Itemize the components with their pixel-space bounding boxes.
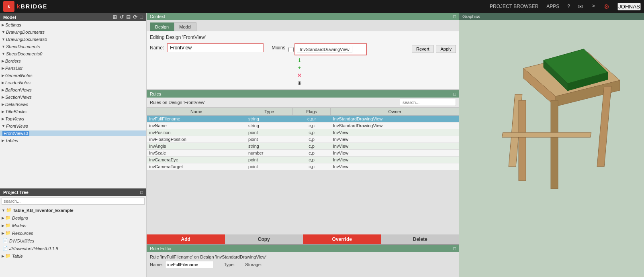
label-designs: Designs bbox=[12, 216, 28, 220]
table-row[interactable]: invCameraTarget point c,p InvView bbox=[147, 163, 459, 170]
cell-type: point bbox=[246, 129, 292, 136]
label-dv: DetailViews bbox=[5, 102, 28, 107]
revert-button[interactable]: Revert bbox=[412, 45, 433, 53]
cell-owner: InvStandardDrawingView bbox=[331, 116, 459, 122]
model-title: Model bbox=[3, 15, 16, 20]
right-panel: Graphics bbox=[459, 13, 644, 277]
tree-detailviews[interactable]: ▶ DetailViews bbox=[0, 101, 146, 108]
tree-sectionviews[interactable]: ▶ SectionViews bbox=[0, 94, 146, 101]
col-flags: Flags bbox=[293, 108, 331, 116]
apply-button[interactable]: Apply bbox=[436, 45, 456, 53]
context-buttons: Revert Apply bbox=[412, 45, 456, 53]
logo-text: kBRiDGE bbox=[17, 3, 47, 10]
label-models: Models bbox=[12, 223, 26, 228]
btn-delete[interactable]: Delete bbox=[381, 234, 460, 244]
cell-flags: c,p bbox=[293, 122, 331, 129]
tree-frontviews0[interactable]: FrontViews0 bbox=[0, 130, 146, 137]
project-expand[interactable]: □ bbox=[140, 190, 143, 195]
tree-sheetdocs0[interactable]: ▼ SheetDocuments0 bbox=[0, 50, 146, 57]
mixins-add-btn[interactable]: + bbox=[296, 64, 303, 71]
nav-items: PROJECT BROWSER APPS ? ✉ 🏳 ⚙ JOHNAS bbox=[490, 3, 641, 10]
settings-icon[interactable]: ⚙ bbox=[604, 3, 609, 10]
rule-type-label: Type: bbox=[224, 262, 235, 267]
tree-balloonviews[interactable]: ▶ BalloonViews bbox=[0, 86, 146, 94]
cell-name: invScale bbox=[147, 150, 246, 157]
rules-search-input[interactable] bbox=[400, 99, 456, 106]
tree-titleblocks[interactable]: ▶ TitleBlocks bbox=[0, 108, 146, 115]
mixins-checkbox[interactable] bbox=[288, 47, 294, 52]
cell-type: point bbox=[246, 136, 292, 143]
table-row[interactable]: invFullFilename string c,p,r InvStandard… bbox=[147, 116, 459, 122]
cell-flags: c,p,r bbox=[293, 116, 331, 122]
project-search-container bbox=[0, 196, 146, 206]
table-row[interactable]: invFloatingPosition point c,p InvView bbox=[147, 136, 459, 143]
project-search-input[interactable] bbox=[2, 198, 145, 205]
tree-generalnotes[interactable]: ▶ GeneralNotes bbox=[0, 72, 146, 79]
tree-drawingdocs0[interactable]: ▼ DrawingDocuments0 bbox=[0, 36, 146, 43]
logo-icon: k bbox=[3, 1, 14, 12]
project-designs[interactable]: ▶ 📁 Designs bbox=[0, 214, 146, 222]
model-actions: ⊞ ↺ ⊟ ⟳ □ bbox=[112, 14, 143, 20]
rules-expand[interactable]: □ bbox=[453, 92, 456, 96]
user-button[interactable]: JOHNAS bbox=[617, 3, 641, 10]
tree-drawingdocs[interactable]: ▼ DrawingDocuments bbox=[0, 29, 146, 36]
table-row[interactable]: invCameraEye point c,p InvView bbox=[147, 157, 459, 163]
tree-sheetdocs[interactable]: ▼ SheetDocuments bbox=[0, 43, 146, 50]
project-dwg[interactable]: 📄 DWGUtilities bbox=[0, 237, 146, 244]
model-icon3[interactable]: ⊟ bbox=[126, 14, 131, 20]
rule-name-field: Name: Type: Storage: bbox=[150, 261, 456, 268]
mail-icon[interactable]: ✉ bbox=[578, 3, 583, 10]
apps-link[interactable]: APPS bbox=[546, 4, 559, 9]
label-settings: Settings bbox=[5, 22, 21, 27]
rule-name-input[interactable] bbox=[165, 261, 213, 268]
help-link[interactable]: ? bbox=[567, 4, 570, 9]
btn-copy[interactable]: Copy bbox=[225, 234, 303, 244]
model-icon1[interactable]: ⊞ bbox=[112, 14, 117, 20]
model-icon2[interactable]: ↺ bbox=[119, 14, 124, 20]
tree-frontviews[interactable]: ▼ FrontViews bbox=[0, 122, 146, 130]
tab-model[interactable]: Model bbox=[174, 22, 196, 31]
tree-borders[interactable]: ▶ Borders bbox=[0, 57, 146, 65]
cell-flags: c,p bbox=[293, 150, 331, 157]
cell-name: invAngle bbox=[147, 143, 246, 150]
model-expand[interactable]: □ bbox=[140, 14, 143, 20]
tree-leadernotes[interactable]: ▶ LeaderNotes bbox=[0, 79, 146, 86]
label-root: Table_KB_Inventor_Example bbox=[13, 208, 74, 213]
context-expand[interactable]: □ bbox=[453, 14, 456, 19]
cell-type: string bbox=[246, 143, 292, 150]
model-icon4[interactable]: ⟳ bbox=[133, 14, 137, 20]
rule-storage-label: Storage: bbox=[245, 262, 262, 267]
cell-name: invPosition bbox=[147, 129, 246, 136]
tree-tables[interactable]: ▶ Tables bbox=[0, 137, 146, 144]
tab-design[interactable]: Design bbox=[150, 22, 174, 31]
context-form: Name: bbox=[150, 43, 264, 52]
tree-settings[interactable]: ▶ Settings bbox=[0, 21, 146, 29]
tree-partslist[interactable]: ▶ PartsList bbox=[0, 65, 146, 72]
table-row[interactable]: invAngle string c,p InvView bbox=[147, 143, 459, 150]
table-row[interactable]: invScale number c,p InvView bbox=[147, 150, 459, 157]
project-jsinv[interactable]: 📄 JSInventorUtilities3.0.1.9 bbox=[0, 244, 146, 252]
center-panel: Context □ Design Model Editing Design 'F… bbox=[147, 13, 459, 277]
project-models[interactable]: ▶ 📁 Models bbox=[0, 222, 146, 229]
rules-actions: Add Copy Override Delete bbox=[147, 234, 459, 244]
table-row[interactable]: invPosition point c,p InvView bbox=[147, 129, 459, 136]
rule-editor: Rule Editor □ Rule 'invFullFilename' on … bbox=[147, 245, 459, 277]
project-resources[interactable]: ▶ 📁 Resources bbox=[0, 229, 146, 237]
table-row[interactable]: invName string c,p InvStandardDrawingVie… bbox=[147, 122, 459, 129]
mixins-info-btn[interactable]: ℹ bbox=[296, 56, 303, 63]
name-input[interactable] bbox=[167, 43, 264, 52]
btn-override[interactable]: Override bbox=[303, 234, 381, 244]
label-dd: DrawingDocuments bbox=[6, 30, 45, 35]
arrow-sd: ▼ bbox=[2, 45, 5, 49]
mixins-down-btn[interactable]: ⊕ bbox=[296, 79, 303, 86]
rules-title: Rules bbox=[150, 92, 161, 96]
project-table[interactable]: ▶ 📁 Table bbox=[0, 252, 146, 260]
project-root[interactable]: ▼ 📁 Table_KB_Inventor_Example bbox=[0, 206, 146, 214]
project-browser-link[interactable]: PROJECT BROWSER bbox=[490, 4, 538, 9]
btn-add[interactable]: Add bbox=[147, 234, 225, 244]
tree-topviews[interactable]: ▶ TopViews bbox=[0, 115, 146, 122]
mixins-remove-btn[interactable]: ✕ bbox=[296, 71, 303, 79]
col-owner: Owner bbox=[331, 108, 459, 116]
cell-type: point bbox=[246, 157, 292, 163]
rule-editor-expand[interactable]: □ bbox=[453, 246, 456, 251]
